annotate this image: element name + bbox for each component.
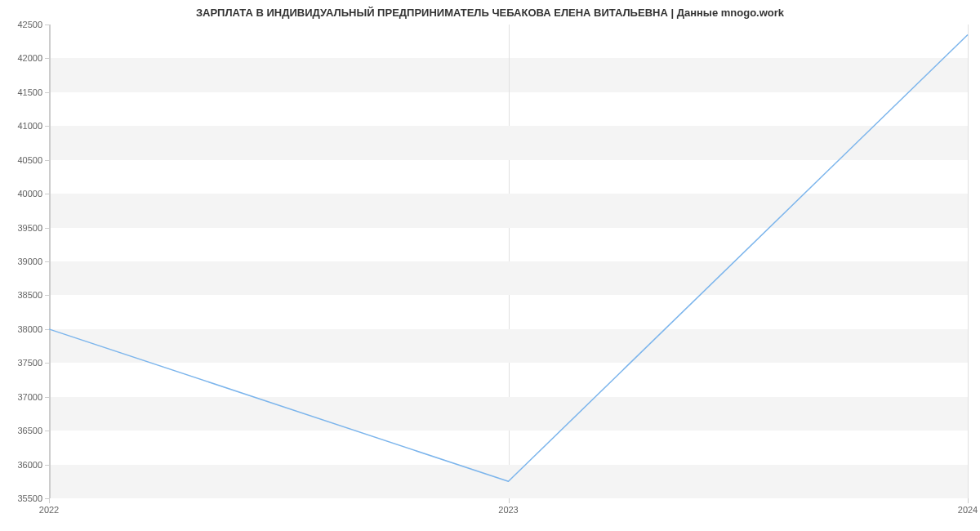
y-tick-mark bbox=[45, 431, 49, 431]
y-tick-mark bbox=[45, 397, 49, 398]
y-tick-mark bbox=[45, 363, 49, 364]
y-tick-label: 36000 bbox=[2, 460, 42, 470]
plot-area: 3550036000365003700037500380003850039000… bbox=[49, 25, 968, 498]
y-tick-label: 39000 bbox=[2, 257, 42, 266]
y-tick-label: 41000 bbox=[2, 121, 42, 131]
x-tick-mark bbox=[509, 498, 510, 503]
salary-line bbox=[49, 34, 968, 481]
x-tick-label: 2023 bbox=[498, 505, 518, 515]
y-tick-label: 40000 bbox=[2, 189, 42, 199]
y-tick-mark bbox=[45, 228, 49, 229]
y-tick-label: 35500 bbox=[2, 493, 42, 503]
y-tick-label: 38500 bbox=[2, 290, 42, 300]
y-tick-label: 40500 bbox=[2, 155, 42, 165]
x-grid-line bbox=[968, 25, 969, 498]
y-tick-mark bbox=[45, 58, 49, 59]
x-tick-label: 2022 bbox=[39, 505, 59, 515]
y-tick-mark bbox=[45, 194, 49, 194]
y-tick-mark bbox=[45, 25, 49, 25]
y-tick-mark bbox=[45, 126, 49, 127]
y-tick-label: 37500 bbox=[2, 358, 42, 368]
y-tick-mark bbox=[45, 160, 49, 161]
y-tick-label: 38000 bbox=[2, 324, 42, 334]
y-tick-mark bbox=[45, 295, 49, 296]
y-tick-label: 37000 bbox=[2, 392, 42, 402]
x-tick-mark bbox=[49, 498, 50, 503]
x-tick-mark bbox=[968, 498, 969, 503]
y-tick-label: 42500 bbox=[2, 20, 42, 29]
chart-line-layer bbox=[49, 25, 968, 498]
y-tick-mark bbox=[45, 329, 49, 330]
chart-title: ЗАРПЛАТА В ИНДИВИДУАЛЬНЫЙ ПРЕДПРИНИМАТЕЛ… bbox=[0, 7, 980, 19]
y-tick-mark bbox=[45, 465, 49, 466]
y-tick-label: 42000 bbox=[2, 53, 42, 63]
chart-container: ЗАРПЛАТА В ИНДИВИДУАЛЬНЫЙ ПРЕДПРИНИМАТЕЛ… bbox=[0, 0, 980, 531]
x-tick-label: 2024 bbox=[958, 505, 978, 515]
y-tick-mark bbox=[45, 92, 49, 93]
y-tick-label: 36500 bbox=[2, 426, 42, 435]
y-tick-label: 41500 bbox=[2, 87, 42, 97]
y-tick-mark bbox=[45, 261, 49, 262]
y-tick-label: 39500 bbox=[2, 223, 42, 233]
